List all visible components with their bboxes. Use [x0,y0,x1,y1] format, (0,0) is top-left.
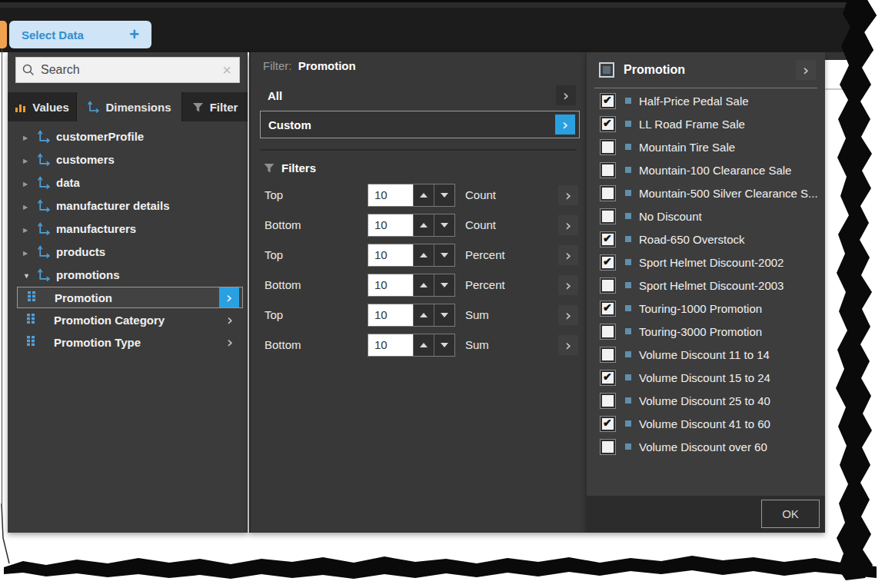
field-chevron[interactable]: › [219,287,239,307]
decrement-button[interactable] [434,184,454,206]
filter-row-chevron[interactable]: › [558,305,578,325]
increment-button[interactable] [413,184,434,206]
member-checkbox[interactable] [601,186,615,201]
increment-button[interactable] [413,274,434,296]
filter-mode-custom-chevron[interactable]: › [555,115,575,135]
members-header-chevron[interactable]: › [796,60,816,80]
member-square-icon [625,98,631,104]
select-all-checkbox[interactable] [599,62,614,78]
member-checkbox[interactable] [601,347,615,362]
tree-field-row[interactable]: Promotion Type › [17,331,243,353]
member-checkbox[interactable] [601,209,615,224]
filter-row-chevron[interactable]: › [558,215,578,235]
member-square-icon [625,282,631,288]
caret-icon[interactable] [23,267,32,281]
decrement-button[interactable] [434,244,454,266]
filter-value-input[interactable] [368,214,413,236]
select-data-tab[interactable]: Select Data + [9,21,151,48]
member-checkbox[interactable] [601,232,615,247]
tree-table-row[interactable]: customerProfile [8,125,248,148]
filter-row-chevron[interactable]: › [558,245,578,265]
collapsed-orange-tab[interactable] [0,21,7,48]
member-row[interactable]: Volume Discount 11 to 14 [587,343,825,366]
tree-table-row[interactable]: data [8,171,248,194]
member-row[interactable]: Road-650 Overstock [587,228,825,251]
grid-icon [26,313,36,327]
member-row[interactable]: Volume Discount 41 to 60 [587,412,825,435]
tab-values[interactable]: Values [8,92,77,121]
decrement-button[interactable] [434,334,454,356]
caret-icon[interactable] [23,198,32,212]
member-label: Sport Helmet Discount-2003 [639,279,784,292]
member-square-icon [625,167,631,173]
member-checkbox[interactable] [601,394,615,408]
member-checkbox[interactable] [601,255,615,270]
tree-field-row[interactable]: Promotion Category › [17,309,243,331]
member-row[interactable]: Half-Price Pedal Sale [587,89,825,112]
tree-table-row[interactable]: manufacturer details [8,194,248,217]
caret-icon[interactable] [23,129,32,143]
decrement-button[interactable] [434,214,454,236]
increment-button[interactable] [413,214,434,236]
tab-dimensions[interactable]: Dimensions [77,92,182,121]
tree-table-row[interactable]: customers [8,148,248,171]
member-row[interactable]: Volume Discount over 60 [587,435,825,458]
ok-button[interactable]: OK [761,500,820,528]
add-icon[interactable]: + [129,26,139,43]
filter-mode-all[interactable]: All › [260,81,580,109]
filter-row-chevron[interactable]: › [558,335,578,355]
member-checkbox[interactable] [601,140,615,154]
member-row[interactable]: Mountain-500 Silver Clearance S... [587,181,825,204]
tree-field-row[interactable]: Promotion › [17,287,243,308]
member-checkbox[interactable] [601,324,615,339]
member-row[interactable]: Sport Helmet Discount-2002 [587,251,825,274]
caret-icon[interactable] [23,244,32,258]
member-checkbox[interactable] [601,301,615,316]
tree-table-row[interactable]: manufacturers [8,217,248,240]
filter-value-input[interactable] [368,274,413,296]
caret-icon[interactable] [23,175,32,189]
member-checkbox[interactable] [601,94,615,108]
search-input[interactable] [39,62,215,78]
member-checkbox[interactable] [601,278,615,293]
member-row[interactable]: Touring-3000 Promotion [587,320,825,343]
caret-icon[interactable] [23,221,32,235]
increment-button[interactable] [413,304,434,326]
filter-title: Filter: Promotion [263,59,356,72]
member-row[interactable]: Mountain-100 Clearance Sale [587,158,825,181]
member-checkbox[interactable] [601,163,615,178]
member-row[interactable]: Mountain Tire Sale [587,135,825,158]
arrow-up-icon [420,313,428,317]
member-row[interactable]: Touring-1000 Promotion [587,297,825,320]
filter-row-chevron[interactable]: › [558,275,578,295]
tree-table-label: promotions [56,268,120,281]
search-box[interactable]: × [15,57,240,83]
field-chevron[interactable]: › [220,332,240,352]
member-row[interactable]: No Discount [587,204,825,228]
member-checkbox[interactable] [601,370,615,385]
filter-mode-custom[interactable]: Custom › [260,111,580,138]
member-checkbox[interactable] [601,417,615,431]
filter-value-input[interactable] [368,334,413,356]
member-row[interactable]: Volume Discount 25 to 40 [587,389,825,412]
filter-value-input[interactable] [368,244,413,266]
clear-search-icon[interactable]: × [215,61,239,79]
caret-icon[interactable] [23,152,32,166]
tree-table-row[interactable]: products [8,240,248,263]
filter-row-chevron[interactable]: › [558,185,578,205]
tree-table-row[interactable]: promotions [8,263,248,286]
filter-mode-all-chevron[interactable]: › [556,85,576,105]
decrement-button[interactable] [434,304,454,326]
filter-value-input[interactable] [368,304,413,326]
member-checkbox[interactable] [601,440,615,454]
filter-value-input[interactable] [368,184,413,206]
field-chevron[interactable]: › [220,310,240,330]
member-checkbox[interactable] [601,117,615,131]
tab-filter[interactable]: Filter [182,92,248,121]
member-row[interactable]: Sport Helmet Discount-2003 [587,274,825,297]
member-row[interactable]: Volume Discount 15 to 24 [587,366,825,389]
increment-button[interactable] [413,244,434,266]
decrement-button[interactable] [434,274,454,296]
member-row[interactable]: LL Road Frame Sale [587,112,825,135]
increment-button[interactable] [413,334,434,356]
